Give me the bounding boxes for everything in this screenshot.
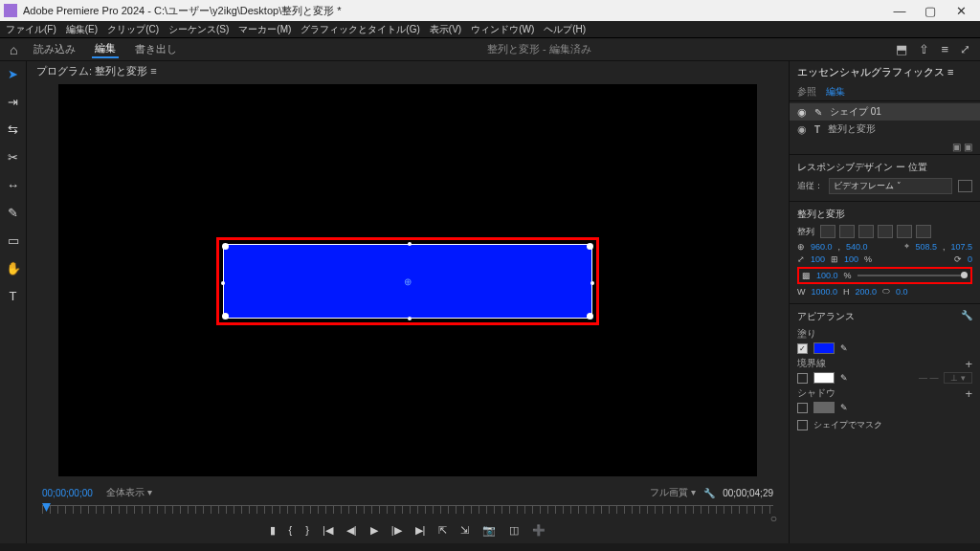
step-back-icon[interactable]: ◀| bbox=[346, 524, 357, 537]
mask-checkbox[interactable] bbox=[797, 420, 808, 430]
pen-tool-icon[interactable]: ✎ bbox=[5, 206, 22, 223]
menu-window[interactable]: ウィンドウ(W) bbox=[471, 23, 534, 36]
link-icon[interactable]: ⊞ bbox=[831, 254, 838, 264]
add-marker-icon[interactable]: ▮ bbox=[270, 524, 276, 537]
step-forward-icon[interactable]: |▶ bbox=[391, 524, 402, 537]
layer-row-text[interactable]: ◉ T 整列と変形 bbox=[790, 121, 980, 138]
tracking-dropdown[interactable]: ビデオフレーム ˅ bbox=[829, 178, 952, 194]
resize-handle[interactable] bbox=[408, 242, 412, 246]
close-button[interactable]: ✕ bbox=[946, 4, 976, 18]
hand-tool-icon[interactable]: ✋ bbox=[5, 261, 22, 278]
scale-pct[interactable]: 100 bbox=[844, 254, 858, 264]
resize-handle[interactable] bbox=[590, 281, 594, 285]
zoom-fit-dropdown[interactable]: 全体表示 ▾ bbox=[106, 486, 152, 499]
type-tool-icon[interactable]: T bbox=[5, 289, 22, 306]
slider-thumb-icon[interactable] bbox=[961, 272, 968, 278]
button-editor-icon[interactable]: ➕ bbox=[532, 524, 546, 537]
menu-view[interactable]: 表示(V) bbox=[430, 23, 461, 36]
settings-wrench-icon[interactable]: 🔧 bbox=[703, 488, 715, 498]
menu-marker[interactable]: マーカー(M) bbox=[238, 23, 291, 36]
lift-icon[interactable]: ⇱ bbox=[438, 524, 447, 537]
position-y[interactable]: 540.0 bbox=[846, 242, 868, 252]
export-frame-icon[interactable]: 📷 bbox=[482, 524, 496, 537]
go-to-in-icon[interactable]: |◀ bbox=[323, 524, 333, 537]
tab-browse[interactable]: 参照 bbox=[797, 85, 816, 99]
workspace-tab-edit[interactable]: 編集 bbox=[92, 41, 119, 58]
time-ruler[interactable]: ○ bbox=[42, 505, 773, 518]
add-stroke-icon[interactable]: + bbox=[965, 357, 972, 371]
rectangle-tool-icon[interactable]: ▭ bbox=[5, 233, 22, 251]
ruler-expand-icon[interactable]: ○ bbox=[770, 512, 777, 525]
workspace-menu-icon[interactable]: ≡ bbox=[941, 42, 948, 56]
opacity-value[interactable]: 100.0 bbox=[816, 271, 838, 280]
home-icon[interactable]: ⌂ bbox=[10, 42, 17, 57]
menu-file[interactable]: ファイル(F) bbox=[6, 23, 56, 36]
resize-handle[interactable] bbox=[222, 243, 229, 250]
scale-value[interactable]: 100 bbox=[811, 254, 825, 264]
anchor-x[interactable]: 508.5 bbox=[915, 242, 937, 252]
selection-bounding-box[interactable]: ⊕ bbox=[216, 237, 599, 325]
menu-sequence[interactable]: シーケンス(S) bbox=[168, 23, 229, 36]
resize-handle[interactable] bbox=[222, 313, 229, 320]
eyedropper-icon[interactable]: ✎ bbox=[840, 343, 848, 353]
shadow-color-swatch[interactable] bbox=[813, 402, 835, 413]
fullscreen-icon[interactable]: ⤢ bbox=[960, 42, 970, 56]
extract-icon[interactable]: ⇲ bbox=[460, 524, 469, 537]
visibility-icon[interactable]: ◉ bbox=[797, 123, 807, 136]
resize-handle[interactable] bbox=[587, 243, 593, 250]
align-top-icon[interactable] bbox=[878, 225, 893, 238]
layer-folder-icons[interactable]: ▣ ▣ bbox=[790, 140, 980, 154]
opacity-slider[interactable] bbox=[858, 275, 968, 276]
workspace-tab-export[interactable]: 書き出し bbox=[132, 42, 180, 56]
stroke-width[interactable]: — — bbox=[919, 373, 939, 383]
program-monitor[interactable]: ⊕ bbox=[58, 84, 757, 476]
eyedropper-icon[interactable]: ✎ bbox=[840, 373, 848, 383]
quick-export-icon[interactable]: ⬒ bbox=[896, 42, 907, 56]
quality-dropdown[interactable]: フル画質 ▾ bbox=[650, 486, 696, 499]
layer-row-shape[interactable]: ◉ ✎ シェイプ 01 bbox=[790, 103, 980, 121]
eyedropper-icon[interactable]: ✎ bbox=[840, 403, 848, 412]
razor-tool-icon[interactable]: ✂ bbox=[5, 150, 22, 167]
mark-in-icon[interactable]: { bbox=[289, 524, 293, 537]
stroke-checkbox[interactable] bbox=[797, 373, 808, 384]
ripple-tool-icon[interactable]: ⇆ bbox=[5, 122, 22, 140]
track-select-tool-icon[interactable]: ⇥ bbox=[5, 95, 22, 112]
rotate-value[interactable]: 0 bbox=[968, 254, 972, 264]
fill-color-swatch[interactable] bbox=[813, 342, 835, 354]
fill-checkbox[interactable]: ✓ bbox=[797, 343, 808, 354]
go-to-out-icon[interactable]: ▶| bbox=[415, 524, 426, 537]
shadow-checkbox[interactable] bbox=[797, 403, 808, 413]
tab-edit[interactable]: 編集 bbox=[826, 85, 845, 99]
workspace-tab-import[interactable]: 読み込み bbox=[31, 42, 78, 56]
align-hcenter-icon[interactable] bbox=[839, 225, 855, 238]
wrench-icon[interactable]: 🔧 bbox=[961, 310, 972, 320]
menu-clip[interactable]: クリップ(C) bbox=[107, 23, 159, 36]
corner-value[interactable]: 0.0 bbox=[896, 287, 908, 297]
align-right-icon[interactable] bbox=[858, 225, 874, 238]
stroke-align-dropdown[interactable]: ⊥ ▾ bbox=[944, 372, 972, 384]
resize-handle[interactable] bbox=[408, 317, 412, 320]
align-left-icon[interactable] bbox=[820, 225, 835, 238]
minimize-button[interactable]: — bbox=[884, 4, 915, 18]
selection-tool-icon[interactable]: ➤ bbox=[5, 67, 22, 84]
maximize-button[interactable]: ▢ bbox=[915, 4, 946, 18]
add-shadow-icon[interactable]: + bbox=[965, 386, 972, 401]
playhead-icon[interactable] bbox=[42, 503, 51, 512]
height-value[interactable]: 200.0 bbox=[856, 287, 878, 297]
align-vcenter-icon[interactable] bbox=[897, 225, 912, 238]
position-x[interactable]: 960.0 bbox=[811, 242, 833, 252]
play-icon[interactable]: ▶ bbox=[370, 524, 378, 537]
align-bottom-icon[interactable] bbox=[916, 225, 931, 238]
menu-help[interactable]: ヘルプ(H) bbox=[544, 23, 586, 36]
anchor-y[interactable]: 107.5 bbox=[950, 242, 972, 252]
resize-handle[interactable] bbox=[221, 281, 225, 285]
timecode-in[interactable]: 00;00;00;00 bbox=[42, 488, 93, 498]
menu-edit[interactable]: 編集(E) bbox=[66, 23, 98, 36]
comparison-icon[interactable]: ◫ bbox=[509, 524, 519, 537]
anchor-point-icon[interactable]: ⊕ bbox=[404, 276, 412, 287]
menu-graphics[interactable]: グラフィックとタイトル(G) bbox=[301, 23, 419, 36]
mark-out-icon[interactable]: } bbox=[305, 524, 309, 537]
width-value[interactable]: 1000.0 bbox=[812, 287, 838, 297]
stroke-color-swatch[interactable] bbox=[813, 372, 835, 384]
pin-edges-icon[interactable] bbox=[958, 180, 972, 192]
